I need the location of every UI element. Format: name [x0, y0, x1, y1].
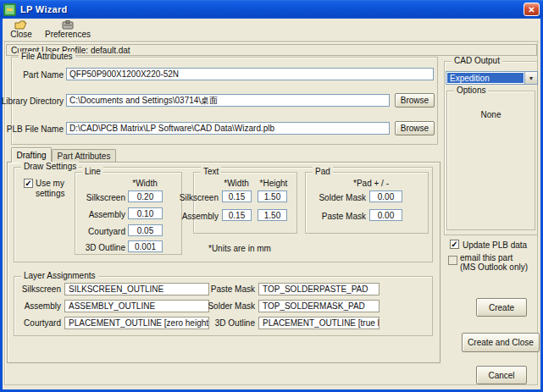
pad-header: *Pad + / - — [345, 179, 397, 188]
preferences-icon — [62, 20, 74, 30]
tab-part-attributes[interactable]: Part Attributes — [52, 149, 116, 163]
layer-courtyard-label: Courtyard — [24, 318, 61, 328]
line-3d-outline-width-input[interactable] — [128, 240, 163, 252]
layer-paste-mask-field[interactable]: TOP_SOLDERPASTE_PAD — [258, 283, 380, 295]
layer-3d-outline-field[interactable]: PLACEMENT_OUTLINE [true height] — [258, 317, 380, 329]
create-button[interactable]: Create — [476, 298, 527, 317]
layer-solder-mask-field[interactable]: TOP_SOLDERMASK_PAD — [258, 300, 380, 312]
pad-paste-mask-input[interactable] — [369, 209, 402, 221]
exit-folder-icon — [14, 20, 28, 30]
line-silkscreen-width-input[interactable] — [128, 190, 163, 202]
text-silkscreen-label: Silkscreen — [180, 193, 219, 202]
layer-assignments-title: Layer Assignments — [21, 271, 98, 280]
toolbar: Close Preferences — [3, 19, 540, 41]
layer-silkscreen-field[interactable]: SILKSCREEN_OUTLINE — [64, 283, 209, 295]
units-note: *Units are in mm — [208, 244, 271, 253]
library-directory-browse-button[interactable]: Browse — [395, 93, 435, 108]
cad-output-selected: Expedition — [447, 73, 524, 83]
tab-drafting[interactable]: Drafting — [11, 147, 52, 163]
close-tool-label: Close — [10, 30, 32, 39]
text-assembly-height-input[interactable] — [258, 209, 287, 221]
cancel-button[interactable]: Cancel — [476, 366, 527, 384]
layer-solder-mask-label: Solder Mask — [208, 301, 255, 311]
layer-assembly-label: Assembly — [25, 301, 61, 311]
line-group-title: Line — [82, 167, 103, 176]
line-courtyard-width-input[interactable] — [128, 224, 163, 236]
close-tool-button[interactable]: Close — [4, 19, 38, 41]
plb-file-name-input[interactable] — [66, 122, 390, 135]
update-plb-data-checkbox[interactable]: ✓ — [450, 240, 459, 249]
text-silkscreen-width-input[interactable] — [222, 190, 252, 202]
text-silkscreen-height-input[interactable] — [258, 190, 287, 202]
part-name-label: Part Name — [23, 70, 64, 80]
line-courtyard-label: Courtyard — [88, 227, 125, 236]
line-3d-outline-label: 3D Outline — [86, 243, 125, 252]
plb-file-name-label: PLB File Name — [7, 124, 64, 134]
layer-assembly-field[interactable]: ASSEMBLY_OUTLINE — [64, 300, 209, 312]
dialog-body: Close Preferences Current User Profile: … — [3, 19, 540, 389]
line-width-header: *Width — [127, 179, 163, 188]
pad-solder-mask-label: Solder Mask — [319, 193, 366, 202]
layer-silkscreen-label: Silkscreen — [22, 284, 61, 294]
layer-3d-outline-label: 3D Outline — [215, 318, 255, 328]
library-directory-label: Library Directory — [2, 97, 64, 106]
library-directory-input[interactable] — [66, 94, 390, 107]
options-title: Options — [454, 86, 488, 95]
create-and-close-button[interactable]: Create and Close — [462, 333, 540, 352]
draw-settings-title: Draw Settings — [21, 162, 79, 171]
email-part-label-line2: (MS Outlook only) — [460, 262, 528, 273]
line-assembly-width-input[interactable] — [128, 207, 163, 219]
options-value: None — [446, 110, 535, 119]
lp-wizard-window: LP Wizard ✕ Close — [0, 0, 543, 392]
pad-group-title: Pad — [313, 167, 333, 176]
cad-output-dropdown[interactable]: Expedition ▼ — [446, 71, 538, 85]
plb-file-name-browse-button[interactable]: Browse — [395, 121, 435, 135]
chevron-down-icon[interactable]: ▼ — [524, 72, 537, 84]
email-part-checkbox[interactable] — [448, 256, 457, 265]
part-name-input[interactable] — [66, 68, 434, 80]
window-close-button[interactable]: ✕ — [524, 3, 540, 16]
use-my-settings-label: Use my settings — [36, 179, 76, 198]
preferences-tool-label: Preferences — [45, 30, 91, 39]
layer-courtyard-field[interactable]: PLACEMENT_OUTLINE [zero height] — [64, 317, 209, 329]
window-title: LP Wizard — [20, 4, 68, 14]
text-assembly-width-input[interactable] — [222, 209, 252, 221]
text-height-header: *Height — [255, 179, 292, 188]
cad-output-title: CAD Output — [452, 56, 502, 65]
text-assembly-label: Assembly — [182, 212, 219, 221]
line-assembly-label: Assembly — [89, 210, 125, 219]
pad-solder-mask-input[interactable] — [369, 190, 402, 202]
text-width-header: *Width — [219, 179, 253, 188]
current-user-profile: Current User Profile: default.dat — [6, 44, 537, 56]
preferences-tool-button[interactable]: Preferences — [40, 19, 96, 41]
line-silkscreen-label: Silkscreen — [86, 193, 125, 202]
app-icon — [3, 3, 16, 16]
use-my-settings-checkbox[interactable]: ✓ — [24, 179, 33, 188]
pad-paste-mask-label: Paste Mask — [322, 212, 366, 221]
text-group-title: Text — [201, 167, 221, 176]
layer-paste-mask-label: Paste Mask — [211, 284, 255, 294]
update-plb-data-label: Update PLB data — [463, 240, 527, 250]
file-attributes-title: File Attributes — [19, 52, 75, 61]
titlebar[interactable]: LP Wizard ✕ — [0, 0, 543, 19]
